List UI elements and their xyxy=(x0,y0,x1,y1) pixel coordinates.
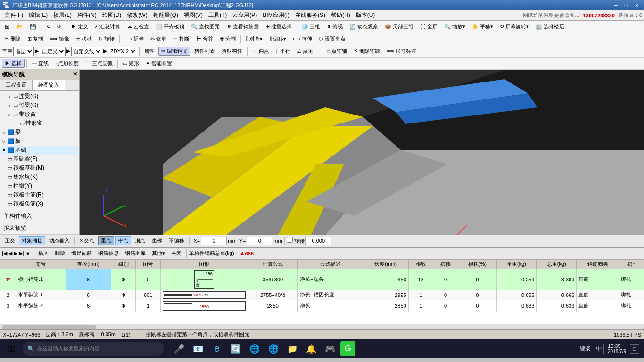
tb-rect-tool[interactable]: ▭ 矩形 xyxy=(120,59,142,68)
tb-dynamic-obs[interactable]: 🔄 动态观察 xyxy=(347,22,381,31)
tb-edit-rebar[interactable]: ✏ 编辑钢筋 xyxy=(158,47,190,56)
menu-tools[interactable]: 工具(T) xyxy=(206,10,230,20)
btn-scale-rebar[interactable]: 编尺配筋 xyxy=(69,249,94,258)
menu-draw[interactable]: 绘图(D) xyxy=(99,10,124,20)
menu-cloud[interactable]: 云应用(P) xyxy=(230,10,260,20)
panel-close[interactable]: ✕ xyxy=(73,71,77,79)
menu-rebar-qty[interactable]: 钢筋量(Q) xyxy=(150,10,181,20)
snap-midpoint[interactable]: 中点 xyxy=(115,236,131,245)
btn-delete[interactable]: 删除 xyxy=(52,249,67,258)
tb-pan[interactable]: ✋ 平移▾ xyxy=(469,22,496,31)
tree-node-ban[interactable]: ▷ 🟦 板 xyxy=(1,137,78,146)
tb-calculate[interactable]: Σ 汇总计算 xyxy=(92,22,123,31)
menu-modify[interactable]: 修改(W) xyxy=(124,10,150,20)
start-button[interactable]: ⊞ xyxy=(2,340,21,357)
tb-line-tool[interactable]: ━ 直线 xyxy=(29,59,51,68)
y-input[interactable] xyxy=(247,237,272,245)
snap-object[interactable]: 对象捕捉 xyxy=(19,236,45,245)
tree-node-jishuikeng[interactable]: ▭ 集水坑(K) xyxy=(1,173,78,181)
menu-floor[interactable]: 楼层(L) xyxy=(50,10,74,20)
menu-component[interactable]: 构件(N) xyxy=(74,10,99,20)
floor-select[interactable]: 首层 xyxy=(13,47,34,56)
line-select[interactable]: 自定义线 xyxy=(71,47,102,56)
nav-next[interactable]: ▶ xyxy=(14,250,17,256)
tb-top-view[interactable]: ⬆ 俯视 xyxy=(324,22,346,31)
tb-floor-level[interactable]: ⬜ 平齐板顶 xyxy=(153,22,187,31)
tb-stretch[interactable]: ⟷ 拉伸 xyxy=(290,34,315,43)
tree-node-lianliang[interactable]: ▷ ▭ 连梁(G) xyxy=(1,92,78,101)
taskbar-notification[interactable]: □ xyxy=(630,344,639,354)
tb-copy[interactable]: ⊞ 复制 xyxy=(25,34,46,43)
tb-find-element[interactable]: 🔍 查找图元 xyxy=(188,22,223,31)
tree-node-zhudun[interactable]: ▭ 柱墩(Y) xyxy=(1,181,78,190)
taskbar-app-refresh[interactable]: 🔄 xyxy=(227,340,244,357)
tb-align[interactable]: ⟦ 对齐▾ xyxy=(243,34,265,43)
taskbar-app-edge3[interactable]: 🌐 xyxy=(265,340,282,357)
tb-move[interactable]: ✛ 移动 xyxy=(73,34,95,43)
taskbar-app-mic[interactable]: 🎤 xyxy=(171,340,188,357)
tree-node-fabanjicchu[interactable]: ▭ 筏板基础(M) xyxy=(1,164,78,173)
tb-open[interactable]: 📂 xyxy=(14,23,26,31)
btn-rebar-info[interactable]: 钢筋信息 xyxy=(96,249,121,258)
tree-node-jichuliang[interactable]: ▭ 基础梁(F) xyxy=(1,155,78,164)
taskbar-app-green[interactable]: G xyxy=(340,341,355,356)
tree-node-daichuang2[interactable]: ▭ 带形窗 xyxy=(1,119,78,128)
tree-node-liang[interactable]: ▷ 🟦 梁 xyxy=(1,128,78,137)
tb-fullscreen[interactable]: ⛶ 全屏 xyxy=(417,22,440,31)
taskbar-app-bell[interactable]: 🔔 xyxy=(303,340,320,357)
snap-no-offset[interactable]: 不偏移 xyxy=(166,236,187,245)
btn-other[interactable]: 其他▾ xyxy=(149,249,167,258)
tb-point-angle[interactable]: ∠ 点角 xyxy=(294,47,316,56)
btn-rebar-lib[interactable]: 钢筋图库 xyxy=(123,249,148,258)
report-preview[interactable]: 报表预览 xyxy=(0,222,79,235)
tb-undo[interactable]: ⟲ xyxy=(43,23,53,31)
mode-select[interactable]: 自定义 xyxy=(40,47,66,56)
taskbar-search[interactable]: 🔍 在这里输入你要搜索的内容 xyxy=(23,342,164,356)
tree-node-daichuang[interactable]: ▷ ▭ 带形窗 xyxy=(1,110,78,119)
tb-zoom[interactable]: 🔍 缩放▾ xyxy=(441,22,468,31)
btn-close[interactable]: 关闭 xyxy=(169,249,184,258)
menu-help[interactable]: 帮助(H) xyxy=(328,10,353,20)
menu-file[interactable]: 文件(F) xyxy=(2,10,26,20)
tb-offset[interactable]: ⟧ 偏移▾ xyxy=(266,34,289,43)
tb-three-arc[interactable]: ⌒ 三点画弧 xyxy=(83,59,116,68)
tb-new[interactable]: 🖫 xyxy=(2,23,13,31)
horizontal-scrollbar[interactable] xyxy=(0,324,644,329)
tb-3d[interactable]: 🧊 三维 xyxy=(299,22,323,31)
taskbar-app-game[interactable]: 🎮 xyxy=(322,340,339,357)
tree-area[interactable]: ▷ ▭ 连梁(G) ▷ ▭ 过梁(G) ▷ ▭ 带形窗 ▭ 带形窗 ▷ 🟦 xyxy=(0,91,79,210)
tb-batch-select[interactable]: ⊞ 批量选择 xyxy=(263,22,295,31)
tab-project-settings[interactable]: 工程设置 xyxy=(0,80,33,90)
maximize-button[interactable]: □ xyxy=(621,1,631,9)
snap-midpoint-heavy[interactable]: 重点 xyxy=(98,236,114,245)
snap-coord[interactable]: 坐标 xyxy=(149,236,165,245)
tb-extend[interactable]: ⟶ 延伸 xyxy=(122,34,147,43)
tb-redo[interactable]: ⟳ xyxy=(54,23,64,31)
tb-three-points-arc[interactable]: ⌒ 三点辅轴 xyxy=(317,47,350,56)
tb-grips[interactable]: ⬡ 设置夹点 xyxy=(316,34,348,43)
tb-two-points[interactable]: ↔ 两点 xyxy=(249,47,272,56)
x-input[interactable] xyxy=(201,237,227,245)
menu-version[interactable]: 版本(U) xyxy=(353,10,378,20)
tb-smart-layout[interactable]: ✦ 智能布置 xyxy=(143,59,175,68)
tb-trim[interactable]: ✄ 修剪 xyxy=(148,34,169,43)
tb-rotate[interactable]: ↻ 旋转 xyxy=(96,34,117,43)
snap-ortho[interactable]: 正交 xyxy=(2,236,18,245)
tb-component-list[interactable]: 构件列表 xyxy=(191,47,218,56)
tb-dim-mark[interactable]: ⟺ 尺寸标注 xyxy=(384,47,419,56)
taskbar-app-edge1[interactable]: e xyxy=(208,340,225,357)
tree-node-fabanjin[interactable]: ▭ 筏板负筋(X) xyxy=(1,199,78,208)
tb-point-length[interactable]: · 点加长度 xyxy=(52,59,82,68)
tb-select-tool[interactable]: ▶ 选择 xyxy=(2,59,25,68)
tb-cloud-check[interactable]: ☁ 云检查 xyxy=(124,22,152,31)
menu-view[interactable]: 视图(V) xyxy=(181,10,206,20)
tree-node-fabanzhuiin[interactable]: ▭ 筏板主筋(R) xyxy=(1,190,78,199)
tab-drawing-input[interactable]: 绘图输入 xyxy=(33,80,65,90)
canvas-area[interactable]: Y X Z xyxy=(80,70,644,235)
tb-screen-rotate[interactable]: ↻ 屏幕旋转▾ xyxy=(497,22,532,31)
taskbar-app-edge2[interactable]: 🌐 xyxy=(246,340,263,357)
zone-select[interactable]: ZDYX-2 xyxy=(108,47,137,56)
btn-insert[interactable]: 插入 xyxy=(36,249,51,258)
tb-view-rebar[interactable]: 👁 查看钢筋量 xyxy=(223,22,262,31)
tb-properties[interactable]: 属性 xyxy=(141,47,157,56)
